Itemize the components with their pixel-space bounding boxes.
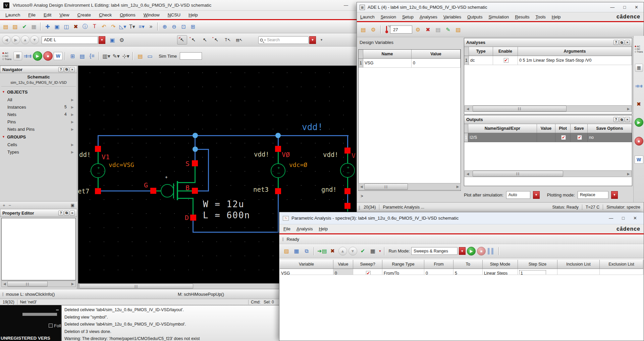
- dv-name-cell[interactable]: VSG: [363, 59, 412, 68]
- navigator-remove-button[interactable]: −: [9, 203, 11, 208]
- property-editor-help-button[interactable]: ?: [58, 211, 63, 216]
- menu-check[interactable]: Check: [99, 12, 112, 17]
- edit-object-icon[interactable]: ✎: [444, 25, 452, 34]
- sidebar-item-nets-and-pins[interactable]: Nets and Pins▶: [0, 125, 77, 133]
- plot-after-arrow[interactable]: ▼: [533, 191, 540, 199]
- main-minimize-button[interactable]: —: [344, 3, 348, 8]
- pin-square[interactable]: [275, 146, 281, 152]
- pa-select-all-icon[interactable]: ✔: [359, 247, 367, 255]
- navigator-close-button[interactable]: ✕: [70, 67, 75, 72]
- doc-export-icon[interactable]: ▤: [136, 52, 145, 60]
- output-value-cell[interactable]: [537, 133, 555, 142]
- sidebar-item-all[interactable]: All▶: [0, 96, 77, 103]
- delete-icon[interactable]: ✖: [71, 22, 80, 31]
- sidebar-item-pins[interactable]: Pins▶: [0, 118, 77, 125]
- ade-close-button[interactable]: ✕: [635, 5, 638, 10]
- zoom-fit-icon[interactable]: ⊞: [189, 22, 197, 31]
- strip-options-icon[interactable]: ≣: [635, 64, 643, 72]
- ade-maximize-button[interactable]: □: [623, 5, 626, 10]
- redo-icon[interactable]: ↷: [109, 22, 118, 31]
- list-cursor-icon[interactable]: ▤↖: [234, 35, 244, 45]
- pa-table-view-icon[interactable]: ▦: [369, 247, 377, 255]
- pin-square[interactable]: [344, 203, 351, 209]
- property-editor-hscrollbar[interactable]: ◀ ∥∥ ▶: [1, 281, 76, 287]
- sidebar-item-instances[interactable]: Instances5▶: [0, 103, 77, 111]
- analyses-table[interactable]: TypeEnableArguments1dc✔0 5 1m Linear Ste…: [464, 47, 632, 65]
- hier-gear-icon[interactable]: ⚙: [117, 36, 126, 44]
- outputs-float-button[interactable]: ⧉: [619, 117, 624, 122]
- strip-run-button[interactable]: ▶: [635, 118, 643, 127]
- analyses-float-button[interactable]: ⧉: [619, 40, 624, 45]
- analysis-type-cell[interactable]: dc: [469, 56, 493, 65]
- save-icon[interactable]: ▦: [30, 22, 38, 31]
- ade-menu-setup[interactable]: Setup: [402, 14, 414, 19]
- analyses-hscrollbar[interactable]: ◀∥∥ ▶: [465, 105, 632, 112]
- pin-square[interactable]: [192, 160, 198, 166]
- license-slider[interactable]: [22, 313, 57, 316]
- workspace-combobox[interactable]: ADE L: [42, 36, 98, 44]
- ade-menu-help[interactable]: Help: [552, 14, 561, 19]
- strip-netlist-icon[interactable]: ⇉⇉: [635, 82, 643, 90]
- navigator-float-button[interactable]: ⧉: [64, 67, 69, 72]
- save-checkbox[interactable]: ✔: [577, 135, 582, 140]
- menu-view[interactable]: View: [59, 12, 69, 17]
- align-icon[interactable]: ≡▾: [137, 22, 146, 31]
- table-row[interactable]: 1VSG0: [359, 59, 461, 68]
- pa-move-up-icon[interactable]: ▲: [338, 247, 347, 255]
- braces-icon[interactable]: {≡: [88, 52, 96, 60]
- search-dropdown-icon[interactable]: ▾: [264, 39, 266, 42]
- analyses-close-button[interactable]: ✕: [625, 40, 630, 45]
- run-mode-combobox[interactable]: Sweeps & Ranges: [411, 247, 458, 255]
- strip-analysis-radios[interactable]: ACDCTrans: [634, 45, 644, 53]
- analysis-enable-cell[interactable]: ✔: [493, 56, 518, 65]
- output-saveoptions-cell[interactable]: no: [588, 133, 632, 142]
- analysis-type-radios[interactable]: ACDCTrans: [1, 52, 12, 61]
- ade-menu-variables[interactable]: Variables: [443, 14, 461, 19]
- parametric-minimize-button[interactable]: —: [609, 216, 613, 221]
- stretch-icon[interactable]: ◫: [62, 22, 71, 31]
- outputs-table[interactable]: Name/Signal/ExprValuePlotSaveSave Option…: [464, 124, 632, 142]
- pa-move-down-icon[interactable]: ▼: [348, 247, 357, 255]
- ade-menu-analyses[interactable]: Analyses: [420, 14, 437, 19]
- pin-square[interactable]: [344, 188, 351, 194]
- search-go-button[interactable]: ▼: [309, 36, 316, 44]
- table-row[interactable]: 1I2/S✔✔no: [464, 133, 632, 142]
- ade-menu-session[interactable]: Session: [381, 14, 396, 19]
- menu-ncsu[interactable]: NCSU: [168, 12, 180, 17]
- wire-cursor-icon[interactable]: ↖: [200, 35, 210, 45]
- ade-minimize-button[interactable]: —: [610, 5, 614, 10]
- navigator-help-button[interactable]: ?: [58, 67, 63, 72]
- menu-edit[interactable]: Edit: [44, 12, 51, 17]
- output-name-cell[interactable]: I2/S: [468, 133, 537, 142]
- copy-icon[interactable]: ▣: [53, 22, 61, 31]
- save-state-icon[interactable]: ▤: [359, 25, 368, 34]
- search-input[interactable]: ▾ Search: [258, 36, 309, 44]
- zoom-out-icon[interactable]: ⊖: [170, 22, 178, 31]
- pa-save-copy-icon[interactable]: ⧉: [302, 247, 311, 255]
- zoom-sel-icon[interactable]: ⊡: [179, 22, 188, 31]
- plot-checkbox[interactable]: ✔: [561, 135, 566, 140]
- text-style-icon[interactable]: T▾: [128, 22, 137, 31]
- sim-time-input[interactable]: [180, 52, 202, 60]
- navigator-add-button[interactable]: +: [3, 203, 5, 208]
- undo-icon[interactable]: ↶: [100, 22, 108, 31]
- back-button[interactable]: ◀: [2, 36, 11, 44]
- voltage-source-symbol[interactable]: +—: [91, 163, 105, 178]
- analyses-help-button[interactable]: ?: [613, 40, 619, 45]
- netlist-run-icon[interactable]: ▥▾: [102, 52, 111, 60]
- pa-save-icon[interactable]: ▦: [292, 247, 301, 255]
- netlist-view-icon[interactable]: ▤: [434, 25, 442, 34]
- navigator-panel-icon[interactable]: ▣: [71, 203, 74, 208]
- up-hierarchy-button[interactable]: ▲: [21, 36, 30, 44]
- open-file-icon[interactable]: ▨: [11, 22, 19, 31]
- design-variables-table[interactable]: NameValue1VSG0: [358, 49, 461, 191]
- pin-square[interactable]: [192, 188, 198, 194]
- edit-sim-icon[interactable]: ✎▾: [112, 52, 120, 60]
- menu-options[interactable]: Options: [120, 12, 136, 17]
- run-simulation-button[interactable]: ▶: [33, 51, 42, 61]
- message-icon[interactable]: ▭: [146, 52, 154, 60]
- pin-square[interactable]: [95, 188, 101, 194]
- strip-waveform-icon[interactable]: W: [635, 156, 643, 164]
- sheets-icon[interactable]: ▣: [108, 36, 117, 44]
- down-hierarchy-button[interactable]: ▼: [30, 36, 39, 44]
